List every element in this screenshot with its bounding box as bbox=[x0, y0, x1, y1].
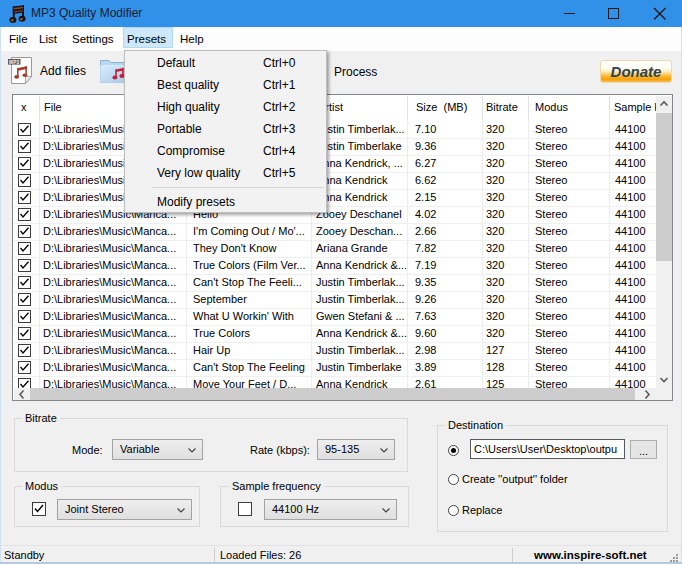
svg-text:MP3: MP3 bbox=[9, 60, 19, 65]
